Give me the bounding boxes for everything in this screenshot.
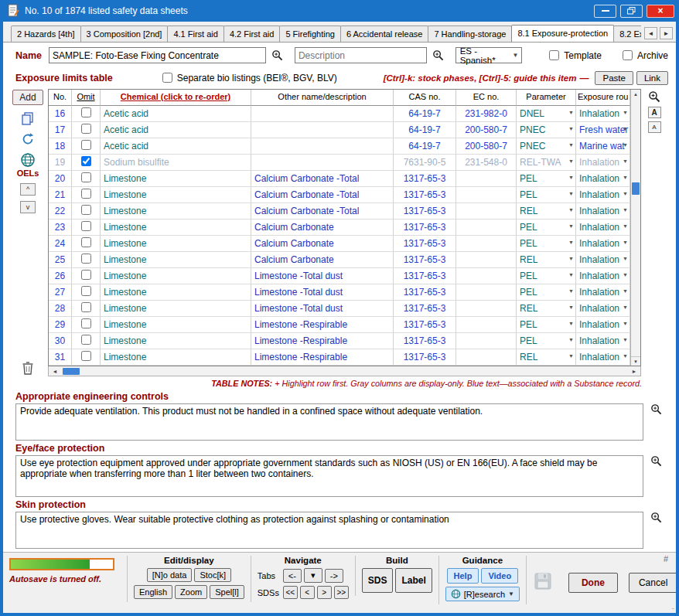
chemical-cell[interactable]: Limestone — [101, 236, 251, 252]
omit-checkbox[interactable] — [81, 140, 91, 150]
tab-4-1-first-aid[interactable]: 4.1 First aid — [167, 26, 223, 42]
omit-cell[interactable] — [72, 268, 101, 284]
parameter-select[interactable]: PEL▼ — [517, 333, 576, 349]
chemical-cell[interactable]: Sodium bisulfite — [101, 155, 251, 171]
parameter-select[interactable]: PEL▼ — [517, 317, 576, 333]
description-input[interactable] — [295, 47, 427, 63]
duplicate-button[interactable] — [20, 111, 36, 126]
omit-checkbox[interactable] — [81, 335, 91, 345]
skin-zoom-button[interactable] — [649, 512, 664, 523]
omit-cell[interactable] — [72, 171, 101, 187]
chemical-cell[interactable]: Acetic acid — [101, 122, 251, 138]
table-row[interactable]: 19Sodium bisulfite7631-90-5231-548-0REL-… — [49, 155, 630, 171]
video-button[interactable]: Video — [481, 568, 518, 584]
omit-cell[interactable] — [72, 203, 101, 220]
omit-checkbox[interactable] — [81, 107, 91, 117]
font-decrease-button[interactable]: A — [648, 121, 661, 133]
chemical-cell[interactable]: Limestone — [101, 187, 251, 203]
close-button[interactable]: × — [647, 5, 674, 18]
omit-checkbox[interactable] — [81, 318, 91, 328]
omit-cell[interactable] — [72, 349, 101, 366]
omit-checkbox[interactable] — [81, 302, 91, 312]
parameter-select[interactable]: PEL▼ — [517, 284, 576, 301]
omit-checkbox[interactable] — [81, 237, 91, 247]
paste-button[interactable]: Paste — [595, 71, 633, 85]
route-select[interactable]: Inhalation▼ — [576, 155, 630, 171]
table-row[interactable]: 25LimestoneCalcium Carbonate1317-65-3REL… — [49, 252, 630, 268]
link-button[interactable]: Link — [636, 71, 668, 85]
omit-checkbox[interactable] — [81, 351, 91, 361]
chemical-cell[interactable]: Limestone — [101, 252, 251, 268]
column-header-ec[interactable]: EC no. — [456, 90, 517, 106]
omit-cell[interactable] — [72, 252, 101, 268]
route-select[interactable]: Inhalation▼ — [576, 301, 630, 317]
other-name-cell[interactable]: Limestone -Total dust — [251, 268, 394, 284]
move-row-down-button[interactable]: v — [20, 201, 36, 213]
chemical-cell[interactable]: Limestone — [101, 301, 251, 317]
tab-3-composition-2nd[interactable]: 3 Composition [2nd] — [80, 26, 169, 42]
other-name-cell[interactable] — [251, 155, 394, 171]
omit-cell[interactable] — [72, 122, 101, 138]
table-row[interactable]: 18Acetic acid64-19-7200-580-7PNEC▼Marine… — [49, 138, 630, 155]
chemical-cell[interactable]: Limestone — [101, 203, 251, 220]
tab-next-button[interactable]: -> — [325, 569, 343, 583]
engineering-zoom-button[interactable] — [649, 403, 664, 415]
horizontal-scrollbar[interactable]: ◄ ► — [48, 366, 641, 376]
build-label-button[interactable]: Label — [395, 568, 432, 593]
chemical-cell[interactable]: Limestone — [101, 284, 251, 301]
chemical-cell[interactable]: Limestone — [101, 333, 251, 349]
column-header-omit[interactable]: Omit — [72, 90, 101, 106]
route-select[interactable]: Inhalation▼ — [576, 220, 630, 236]
refresh-button[interactable] — [20, 131, 36, 147]
omit-checkbox[interactable] — [81, 156, 91, 166]
tab-menu-button[interactable]: ▾ — [304, 568, 322, 583]
sds-first-button[interactable]: << — [283, 586, 298, 599]
route-select[interactable]: Inhalation▼ — [576, 284, 630, 301]
tab-7-handling-storage[interactable]: 7 Handling-storage — [428, 26, 512, 42]
route-select[interactable]: Fresh water▼ — [576, 122, 630, 138]
tab-4-2-first-aid[interactable]: 4.2 First aid — [223, 26, 280, 42]
column-header-no[interactable]: No. — [49, 90, 72, 106]
parameter-select[interactable]: REL▼ — [517, 203, 576, 220]
omit-checkbox[interactable] — [81, 221, 91, 231]
research-button[interactable]: [R]esearch ▼ — [445, 587, 520, 601]
eye-face-textarea[interactable]: Use eye protection equipment approved un… — [15, 455, 643, 497]
tab-8-2-exp[interactable]: 8.2 Exp — [613, 26, 641, 42]
route-select[interactable]: Inhalation▼ — [576, 106, 630, 122]
other-name-cell[interactable]: Calcium Carbonate -Total — [251, 203, 394, 220]
omit-cell[interactable] — [72, 301, 101, 317]
omit-cell[interactable] — [72, 333, 101, 349]
chemical-cell[interactable]: Limestone — [101, 268, 251, 284]
cancel-button[interactable]: Cancel — [629, 573, 676, 593]
omit-cell[interactable] — [72, 236, 101, 252]
zoom-table-button[interactable] — [647, 90, 661, 104]
bio-listings-checkbox[interactable] — [162, 73, 172, 83]
scroll-right-icon[interactable]: ► — [628, 367, 640, 376]
tab-8-1-exposure-protection[interactable]: 8.1 Exposure-protection — [511, 25, 614, 42]
help-button[interactable]: Help — [447, 568, 479, 584]
spell-button[interactable]: Spel[l] — [210, 585, 244, 599]
scroll-down-icon[interactable]: ▼ — [631, 356, 640, 366]
omit-checkbox[interactable] — [81, 254, 91, 264]
parameter-select[interactable]: PEL▼ — [517, 268, 576, 284]
parameter-select[interactable]: PEL▼ — [517, 171, 576, 187]
omit-checkbox[interactable] — [81, 124, 91, 134]
other-name-cell[interactable]: Calcium Carbonate — [251, 252, 394, 268]
parameter-select[interactable]: PEL▼ — [517, 220, 576, 236]
description-search-button[interactable] — [431, 49, 445, 61]
omit-cell[interactable] — [72, 220, 101, 236]
tab-scroll-left-button[interactable]: ◄ — [644, 27, 657, 39]
table-row[interactable]: 30LimestoneLimestone -Respirable1317-65-… — [49, 333, 630, 349]
parameter-select[interactable]: DNEL▼ — [517, 106, 576, 122]
english-button[interactable]: English — [134, 585, 172, 599]
chemical-cell[interactable]: Limestone — [101, 317, 251, 333]
route-select[interactable]: Inhalation▼ — [576, 317, 630, 333]
route-select[interactable]: Inhalation▼ — [576, 236, 630, 252]
parameter-select[interactable]: REL▼ — [517, 252, 576, 268]
parameter-select[interactable]: PEL▼ — [517, 236, 576, 252]
parameter-select[interactable]: PNEC▼ — [517, 122, 576, 138]
other-name-cell[interactable]: Limestone -Total dust — [251, 301, 394, 317]
no-data-button[interactable]: [N]o data — [147, 568, 193, 582]
oels-lookup-button[interactable]: OELs — [17, 152, 39, 178]
column-header-chem[interactable]: Chemical (click to re-order) — [101, 90, 251, 106]
